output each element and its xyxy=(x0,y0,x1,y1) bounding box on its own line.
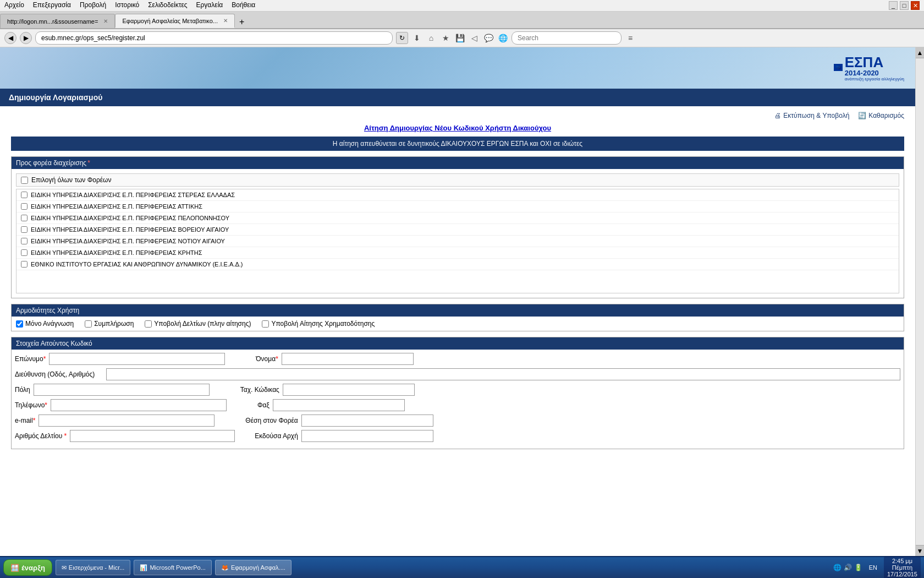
menu-ergaleia[interactable]: Εργαλεία xyxy=(196,1,223,10)
foreis-list-item: ΕΙΔΙΚΗ ΥΠΗΡΕΣΙΑ ΔΙΑΧΕΙΡΙΣΗΣ Ε.Π. ΠΕΡΙΦΕΡ… xyxy=(16,224,899,236)
save-icon[interactable]: 💾 xyxy=(454,32,465,43)
tab-logon-close[interactable]: ✕ xyxy=(103,18,108,24)
download-icon[interactable]: ⬇ xyxy=(411,32,422,43)
taskbar-item-email[interactable]: ✉ Εισερχόμενα - Micr... xyxy=(56,560,131,575)
page-title-bar: Δημιουργία Λογαριασμού xyxy=(0,89,915,106)
tab-bar: http://logon.mn...r&ssousername= ✕ Εφαρμ… xyxy=(0,12,924,29)
foreis-list[interactable]: ΕΙΔΙΚΗ ΥΠΗΡΕΣΙΑ ΔΙΑΧΕΙΡΙΣΗΣ Ε.Π. ΠΕΡΙΦΕΡ… xyxy=(16,189,899,293)
search-input[interactable] xyxy=(512,31,622,45)
foreis-checkbox-0[interactable] xyxy=(21,192,28,198)
foreis-checkbox-1[interactable] xyxy=(21,203,28,210)
input-email[interactable] xyxy=(38,415,215,427)
home-icon[interactable]: ⌂ xyxy=(426,32,437,43)
globe-icon[interactable]: 🌐 xyxy=(497,32,508,43)
espa-text: ΕΣΠΑ xyxy=(845,55,904,69)
foreis-list-item: ΕΙΔΙΚΗ ΥΠΗΡΕΣΙΑ ΔΙΑΧΕΙΡΙΣΗΣ Ε.Π. ΠΕΡΙΦΕΡ… xyxy=(16,212,899,224)
foreis-list-item: ΕΘΝΙΚΟ ΙΝΣΤΙΤΟΥΤΟ ΕΡΓΑΣΙΑΣ ΚΑΙ ΑΝΘΡΩΠΙΝΟ… xyxy=(16,259,899,270)
espa-years: 2014-2020 xyxy=(845,69,904,77)
foreis-checkbox-6[interactable] xyxy=(21,261,28,268)
input-tilefono[interactable] xyxy=(51,399,227,411)
menu-voitheia[interactable]: Βοήθεια xyxy=(232,1,255,10)
print-link[interactable]: 🖨 Εκτύπωση & Υποβολή xyxy=(774,112,849,119)
label-dieuthynsi: Διεύθυνση (Οδός, Αριθμός) xyxy=(15,370,103,378)
forward-button[interactable]: ▶ xyxy=(20,32,32,44)
menu-selida[interactable]: Σελιδοδείκτες xyxy=(148,1,187,10)
input-thesi[interactable] xyxy=(301,415,433,427)
perm-item-0: Μόνο Ανάγνωση xyxy=(16,320,74,328)
select-all-checkbox[interactable] xyxy=(21,177,28,184)
page-scrollbar[interactable]: ▲ ▼ xyxy=(915,47,924,556)
label-tak-kodikos: Ταχ. Κώδικας xyxy=(240,386,279,394)
input-ekdousa[interactable] xyxy=(301,430,433,442)
maximize-button[interactable]: □ xyxy=(900,1,909,10)
system-tray-icons: 🌐 🔊 🔋 xyxy=(833,564,862,571)
header-banner: 🇪🇺 ΕΣΠΑ 2014-2020 ανάπτυξη εργασία αλληλ… xyxy=(0,47,915,89)
windows-icon: 🪟 xyxy=(10,564,19,572)
bookmark-icon[interactable]: ★ xyxy=(440,32,451,43)
label-onoma: Όνομα* xyxy=(256,355,278,363)
input-ar-deltiou[interactable] xyxy=(70,430,235,442)
section-foreis-header: Προς φορέα διαχείρισης * xyxy=(12,157,904,169)
clock-date: 17/12/2015 xyxy=(887,571,917,577)
tab-efarmogi[interactable]: Εφαρμογή Ασφαλείας Μεταβατικο... ✕ xyxy=(115,14,235,28)
label-ekdousa: Εκδούσα Αρχή xyxy=(255,432,298,440)
clock-day: Πέμπτη xyxy=(887,564,917,571)
section-stoicheia: Στοιχεία Αιτούντος Κωδικό Επώνυμο* Όνομα… xyxy=(11,337,904,449)
info-box: Η αίτηση απευθύνεται σε δυνητικούς ΔΙΚΑΙ… xyxy=(11,137,904,151)
foreis-list-item: ΕΙΔΙΚΗ ΥΠΗΡΕΣΙΑ ΔΙΑΧΕΙΡΙΣΗΣ Ε.Π. ΠΕΡΙΦΕΡ… xyxy=(16,189,899,201)
input-tak-kodikos[interactable] xyxy=(283,384,415,396)
scroll-down-button[interactable]: ▼ xyxy=(916,545,924,556)
address-bar: ◀ ▶ ↻ ⬇ ⌂ ★ 💾 ◁ 💬 🌐 ≡ xyxy=(0,29,924,47)
label-poli: Πόλη xyxy=(15,386,30,394)
back-button[interactable]: ◀ xyxy=(4,32,16,44)
close-button[interactable]: ✕ xyxy=(911,1,920,10)
foreis-checkbox-3[interactable] xyxy=(21,226,28,233)
foreis-list-item: ΕΙΔΙΚΗ ΥΠΗΡΕΣΙΑ ΔΙΑΧΕΙΡΙΣΗΣ Ε.Π. ΠΕΡΙΦΕΡ… xyxy=(16,247,899,259)
refresh-button[interactable]: ↻ xyxy=(396,32,408,44)
taskbar-right: 🌐 🔊 🔋 EN 2:45 μμ Πέμπτη 17/12/2015 xyxy=(833,557,921,578)
perm-item-3: Υποβολή Αίτησης Χρηματοδότησης xyxy=(262,320,375,328)
clock-time: 2:45 μμ xyxy=(887,558,917,564)
new-tab-button[interactable]: + xyxy=(235,16,249,28)
taskbar-item-powerpoint[interactable]: 📊 Microsoft PowerPo... xyxy=(134,560,211,575)
taskbar-item-efarmogi[interactable]: 🦊 Εφαρμογή Ασφαλ.... xyxy=(215,560,292,575)
tab-logon-label: http://logon.mn...r&ssousername= xyxy=(7,18,98,25)
input-fax[interactable] xyxy=(273,399,405,411)
foreis-checkbox-5[interactable] xyxy=(21,249,28,256)
menu-istoriko[interactable]: Ιστορικό xyxy=(115,1,139,10)
clear-link[interactable]: 🔄 Καθαρισμός xyxy=(858,112,904,119)
foreis-checkbox-4[interactable] xyxy=(21,238,28,244)
input-dieuthynsi[interactable] xyxy=(106,368,900,380)
tab-efarmogi-close[interactable]: ✕ xyxy=(223,18,228,24)
perm-checkbox-3[interactable] xyxy=(262,320,269,328)
menu-arxeio[interactable]: Αρχείο xyxy=(4,1,24,10)
menu-icon[interactable]: ≡ xyxy=(625,32,636,43)
start-button[interactable]: 🪟 έναρξη xyxy=(3,559,52,576)
foreis-checkbox-2[interactable] xyxy=(21,215,28,221)
perm-item-1: Συμπλήρωση xyxy=(85,320,134,328)
form-title[interactable]: Αίτηση Δημιουργίας Νέου Κωδικού Χρήστη Δ… xyxy=(11,124,904,132)
label-thesi: Θέση στον Φορέα xyxy=(245,417,298,424)
chat-icon[interactable]: 💬 xyxy=(483,32,494,43)
section-armodiothtes-header: Αρμοδιότητες Χρήστη xyxy=(12,304,904,317)
start-label: έναρξη xyxy=(21,564,45,572)
perm-checkbox-0[interactable] xyxy=(16,320,23,328)
perm-item-2: Υποβολή Δελτίων (πλην αίτησης) xyxy=(145,320,251,328)
foreis-list-item: ΕΙΔΙΚΗ ΥΠΗΡΕΣΙΑ ΔΙΑΧΕΙΡΙΣΗΣ Ε.Π. ΠΕΡΙΦΕΡ… xyxy=(16,201,899,212)
input-eponimo[interactable] xyxy=(49,353,225,365)
share-icon[interactable]: ◁ xyxy=(469,32,480,43)
tab-logon[interactable]: http://logon.mn...r&ssousername= ✕ xyxy=(0,14,115,28)
perm-checkbox-2[interactable] xyxy=(145,320,152,328)
minimize-button[interactable]: _ xyxy=(889,1,898,10)
menu-provoli[interactable]: Προβολή xyxy=(80,1,106,10)
email-icon: ✉ xyxy=(62,564,67,571)
taskbar-efarmogi-label: Εφαρμογή Ασφαλ.... xyxy=(231,564,285,571)
input-onoma[interactable] xyxy=(282,353,414,365)
input-poli[interactable] xyxy=(34,384,210,396)
label-fax: Φαξ xyxy=(257,401,270,409)
perm-checkbox-1[interactable] xyxy=(85,320,92,328)
scroll-up-button[interactable]: ▲ xyxy=(916,47,924,58)
menu-epexergasia[interactable]: Επεξεργασία xyxy=(33,1,71,10)
language-indicator[interactable]: EN xyxy=(869,564,877,571)
address-input[interactable] xyxy=(35,31,393,45)
